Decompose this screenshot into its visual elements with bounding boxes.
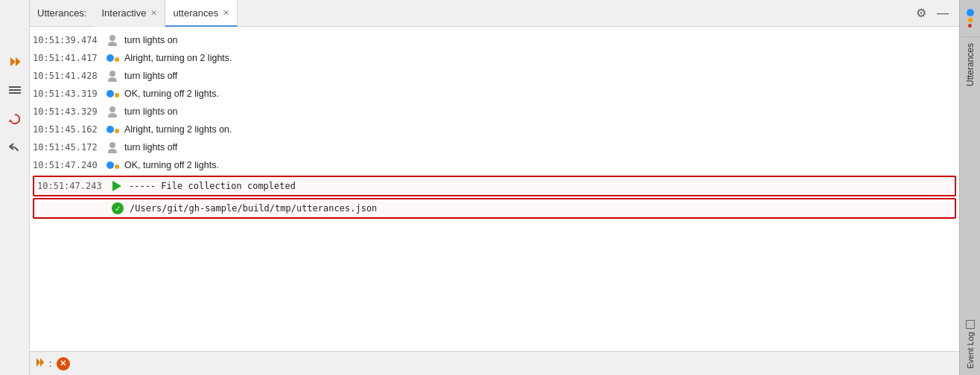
colon-separator: : xyxy=(49,358,52,369)
minimize-dash-icon[interactable]: — xyxy=(934,5,952,22)
log-filepath: /Users/git/gh-sample/build/tmp/utterance… xyxy=(130,203,949,214)
main-area: Utterances: Interactive ✕ utterances ✕ ⚙… xyxy=(30,0,959,375)
bot-avatar-icon xyxy=(104,122,121,137)
log-message: OK, turning off 2 lights. xyxy=(124,89,953,99)
svg-point-9 xyxy=(109,71,115,77)
play-sidebar-icon[interactable] xyxy=(4,52,25,73)
log-time: 10:51:41.428 xyxy=(33,71,104,81)
log-time: 10:51:43.319 xyxy=(33,89,104,99)
settings-gear-icon[interactable]: ⚙ xyxy=(913,4,929,22)
tab-interactive-label: Interactive xyxy=(101,7,146,19)
left-sidebar xyxy=(0,0,30,375)
svg-point-8 xyxy=(108,42,117,46)
tab-utterances[interactable]: utterances ✕ xyxy=(165,0,238,27)
svg-point-12 xyxy=(108,113,117,118)
log-message: turn lights off xyxy=(124,142,953,153)
check-file-icon: ✓ xyxy=(109,201,127,216)
svg-marker-1 xyxy=(16,57,20,66)
tab-prefix-label: Utterances: xyxy=(30,7,94,19)
log-row: 10:51:43.329 turn lights on xyxy=(30,103,959,121)
svg-point-13 xyxy=(109,142,115,148)
log-time: 10:51:47.240 xyxy=(33,160,104,170)
utterances-panel-label[interactable]: Utterances xyxy=(965,37,976,92)
play-system-icon xyxy=(108,179,126,193)
log-time: 10:51:45.162 xyxy=(33,124,104,135)
content-area: 10:51:39.474 turn lights on 10:51:41.417… xyxy=(30,27,959,351)
svg-point-11 xyxy=(109,106,115,112)
list-sidebar-icon[interactable] xyxy=(4,80,25,101)
svg-point-10 xyxy=(108,77,117,82)
right-panel: Utterances Event Log xyxy=(959,0,980,375)
log-row: 10:51:43.319 OK, turning off 2 lights. xyxy=(30,85,959,103)
error-badge: ✕ xyxy=(57,357,70,371)
play-orange-icon[interactable] xyxy=(36,358,45,369)
bot-avatar-icon xyxy=(104,158,121,173)
log-row: 10:51:39.474 turn lights on xyxy=(30,31,959,49)
user-avatar-icon xyxy=(104,104,121,119)
tab-interactive[interactable]: Interactive ✕ xyxy=(94,0,165,27)
bot-avatar-icon xyxy=(104,86,121,101)
bot-avatar-icon xyxy=(104,51,121,65)
tab-bar-actions: ⚙ — xyxy=(913,4,959,22)
svg-rect-2 xyxy=(9,86,21,88)
log-row: 10:51:47.240 OK, turning off 2 lights. xyxy=(30,156,959,174)
log-message: turn lights on xyxy=(124,106,953,117)
log-time: 10:51:39.474 xyxy=(33,35,104,45)
log-row: 10:51:41.417 Alright, turning on 2 light… xyxy=(30,49,959,67)
refresh-sidebar-icon[interactable] xyxy=(4,109,25,129)
log-row: 10:51:41.428 turn lights off xyxy=(30,67,959,85)
log-message: turn lights off xyxy=(124,71,953,81)
log-time: 10:51:41.417 xyxy=(33,53,104,63)
bottom-bar: : ✕ xyxy=(30,351,959,375)
log-time: 10:51:45.172 xyxy=(33,142,104,153)
log-time: 10:51:47.243 xyxy=(37,181,108,191)
tab-bar: Utterances: Interactive ✕ utterances ✕ ⚙… xyxy=(30,0,959,27)
event-log-circle-icon xyxy=(966,320,975,329)
tab-utterances-label: utterances xyxy=(173,7,218,19)
log-message: Alright, turning on 2 lights. xyxy=(124,53,953,63)
svg-marker-16 xyxy=(40,358,44,367)
svg-marker-15 xyxy=(36,358,40,367)
right-panel-top xyxy=(960,0,980,37)
log-message: turn lights on xyxy=(124,35,953,45)
undo-sidebar-icon[interactable] xyxy=(4,137,25,158)
svg-marker-0 xyxy=(10,57,16,66)
log-row-file-path: ✓ /Users/git/gh-sample/build/tmp/utteran… xyxy=(33,198,956,219)
user-avatar-icon xyxy=(104,140,121,155)
log-row-file-collection: 10:51:47.243 ----- File collection compl… xyxy=(33,176,956,196)
event-log-label[interactable]: Event Log xyxy=(966,332,975,369)
tab-interactive-close[interactable]: ✕ xyxy=(150,9,157,17)
user-avatar-icon xyxy=(104,68,121,83)
log-message: Alright, turning 2 lights on. xyxy=(124,124,953,135)
svg-rect-4 xyxy=(9,92,21,94)
log-message: OK, turning off 2 lights. xyxy=(124,160,953,170)
log-row: 10:51:45.172 turn lights off xyxy=(30,138,959,156)
svg-point-14 xyxy=(108,149,117,153)
user-avatar-icon xyxy=(104,33,121,48)
log-time: 10:51:43.329 xyxy=(33,106,104,117)
svg-rect-3 xyxy=(9,89,21,91)
log-row: 10:51:45.162 Alright, turning 2 lights o… xyxy=(30,121,959,138)
svg-point-7 xyxy=(109,35,115,41)
tab-utterances-close[interactable]: ✕ xyxy=(223,9,229,17)
log-message: ----- File collection completed xyxy=(129,181,949,191)
